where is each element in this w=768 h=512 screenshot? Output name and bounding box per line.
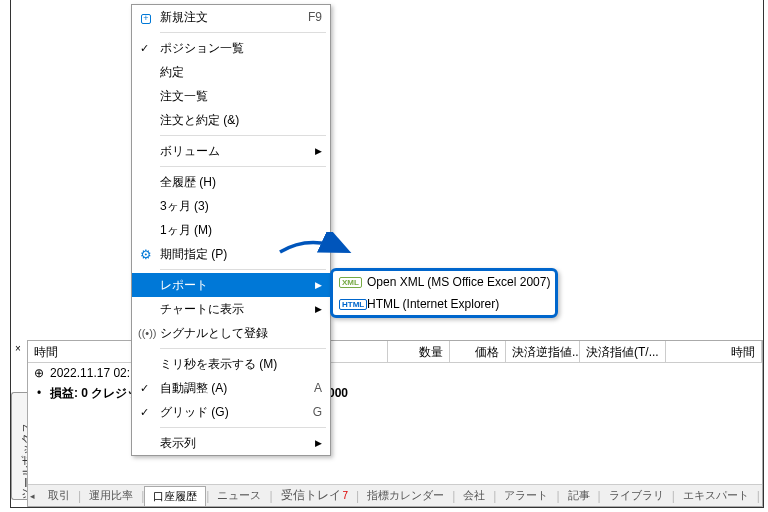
tab-library[interactable]: ライブラリ bbox=[601, 486, 672, 505]
check-icon: ✓ bbox=[140, 406, 149, 419]
panel-tabs: ◂ 取引| 運用比率| 口座履歴| ニュース| 受信トレイ7| 指標カレンダー|… bbox=[28, 484, 762, 506]
plus-icon: + bbox=[138, 10, 154, 24]
expand-icon[interactable]: ⊕ bbox=[32, 366, 46, 380]
col-sl[interactable]: 決済逆指値... bbox=[506, 341, 580, 362]
tab-company[interactable]: 会社 bbox=[455, 486, 493, 505]
menu-positions[interactable]: ✓ ポジション一覧 bbox=[132, 36, 330, 60]
tab-scroll-left-icon[interactable]: ◂ bbox=[30, 491, 35, 501]
gear-icon: ⚙ bbox=[138, 247, 154, 262]
separator bbox=[160, 348, 326, 349]
menu-columns[interactable]: 表示列 ▶ bbox=[132, 431, 330, 455]
chevron-right-icon: ▶ bbox=[315, 304, 322, 314]
menu-show-ms[interactable]: ミリ秒を表示する (M) bbox=[132, 352, 330, 376]
menu-all-history[interactable]: 全履歴 (H) bbox=[132, 170, 330, 194]
col-price[interactable]: 価格 bbox=[450, 341, 506, 362]
menu-auto-adjust[interactable]: ✓ 自動調整 (A) A bbox=[132, 376, 330, 400]
menu-signal[interactable]: ((•)) シグナルとして登録 bbox=[132, 321, 330, 345]
menu-fills[interactable]: 約定 bbox=[132, 60, 330, 84]
submenu-html[interactable]: HTML HTML (Internet Explorer) bbox=[333, 293, 555, 315]
separator bbox=[160, 32, 326, 33]
menu-report[interactable]: レポート ▶ bbox=[132, 273, 330, 297]
bullet-icon: • bbox=[32, 386, 46, 400]
col-qty[interactable]: 数量 bbox=[388, 341, 450, 362]
chevron-right-icon: ▶ bbox=[315, 146, 322, 156]
menu-new-order[interactable]: + 新規注文 F9 bbox=[132, 5, 330, 29]
tab-calendar[interactable]: 指標カレンダー bbox=[359, 486, 452, 505]
submenu-xml[interactable]: XML Open XML (MS Office Excel 2007) bbox=[333, 271, 555, 293]
menu-1month[interactable]: 1ヶ月 (M) bbox=[132, 218, 330, 242]
tab-history[interactable]: 口座履歴 bbox=[144, 486, 206, 506]
tab-alert[interactable]: アラート bbox=[496, 486, 556, 505]
context-menu: + 新規注文 F9 ✓ ポジション一覧 約定 注文一覧 注文と約定 (&) ボリ… bbox=[131, 4, 331, 456]
col-tp[interactable]: 決済指値(T/... bbox=[580, 341, 666, 362]
check-icon: ✓ bbox=[140, 382, 149, 395]
menu-period[interactable]: ⚙ 期間指定 (P) bbox=[132, 242, 330, 266]
menu-grid[interactable]: ✓ グリッド (G) G bbox=[132, 400, 330, 424]
html-badge-icon: HTML bbox=[339, 299, 367, 310]
chevron-right-icon: ▶ bbox=[315, 438, 322, 448]
menu-chart-display[interactable]: チャートに表示 ▶ bbox=[132, 297, 330, 321]
menu-orders-fills[interactable]: 注文と約定 (&) bbox=[132, 108, 330, 132]
tab-article[interactable]: 記事 bbox=[560, 486, 598, 505]
separator bbox=[160, 166, 326, 167]
tab-inbox[interactable]: 受信トレイ7 bbox=[273, 485, 357, 506]
separator bbox=[160, 427, 326, 428]
col-time2[interactable]: 時間 bbox=[666, 341, 762, 362]
menu-3months[interactable]: 3ヶ月 (3) bbox=[132, 194, 330, 218]
signal-icon: ((•)) bbox=[138, 327, 154, 339]
separator bbox=[160, 135, 326, 136]
menu-volume[interactable]: ボリューム ▶ bbox=[132, 139, 330, 163]
chevron-right-icon: ▶ bbox=[315, 280, 322, 290]
xml-badge-icon: XML bbox=[339, 277, 362, 288]
report-submenu: XML Open XML (MS Office Excel 2007) HTML… bbox=[330, 268, 558, 318]
tab-expert[interactable]: エキスパート bbox=[675, 486, 757, 505]
check-icon: ✓ bbox=[140, 42, 149, 55]
separator bbox=[160, 269, 326, 270]
tab-trade[interactable]: 取引 bbox=[40, 486, 78, 505]
tab-performance[interactable]: 運用比率 bbox=[81, 486, 141, 505]
menu-orders[interactable]: 注文一覧 bbox=[132, 84, 330, 108]
cell-date: 2022.11.17 02:... bbox=[50, 366, 140, 380]
tab-news[interactable]: ニュース bbox=[209, 486, 269, 505]
close-icon[interactable]: × bbox=[15, 343, 21, 354]
tab-log[interactable]: 操作ログ bbox=[760, 486, 762, 505]
toolbox-vertical-tab[interactable]: ツールボックス bbox=[11, 392, 27, 500]
